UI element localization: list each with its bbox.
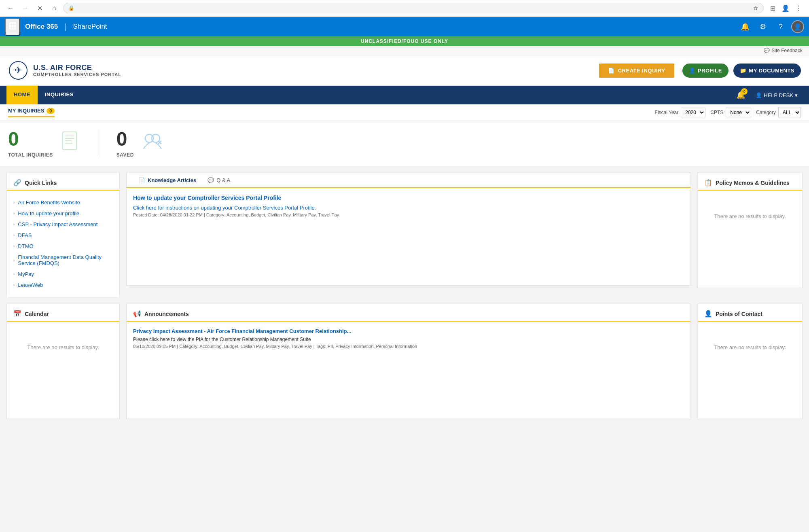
- refresh-button[interactable]: ✕: [34, 2, 45, 14]
- link-csp-pia[interactable]: › CSP - Privacy Impact Assessment: [13, 219, 113, 230]
- quick-links-panel: 🔗 Quick Links › Air Force Benefits Websi…: [6, 173, 120, 297]
- site-feedback-label: Site Feedback: [771, 48, 803, 53]
- poc-empty-state: There are no results to display.: [704, 328, 796, 367]
- quick-links-title: Quick Links: [25, 180, 57, 186]
- announcements-content: Privacy Impact Assessment - Air Force Fi…: [127, 322, 690, 419]
- total-inquiries-number: 0: [8, 129, 53, 149]
- knowledge-articles-panel: 📄 Knowledge Articles 💬 Q & A How to upda…: [126, 173, 691, 286]
- main-columns: 🔗 Quick Links › Air Force Benefits Websi…: [0, 173, 809, 304]
- forward-button[interactable]: →: [19, 2, 31, 14]
- announcements-title: Announcements: [144, 311, 189, 317]
- poc-content: There are no results to display.: [698, 322, 802, 419]
- chevron-right-icon: ›: [13, 283, 15, 287]
- nav-right: 🔔 0 👤 HELP DESK ▾: [734, 88, 803, 102]
- svg-rect-6: [9, 28, 11, 30]
- my-inquiries-label: MY INQUIRIES: [8, 108, 44, 114]
- chevron-right-icon: ›: [13, 200, 15, 205]
- saved-stat-icon: [140, 129, 165, 157]
- policy-header: 📋 Policy Memos & Guidelines: [698, 173, 802, 191]
- announcement-link[interactable]: Privacy Impact Assessment - Air Force Fi…: [133, 328, 684, 334]
- more-options-icon[interactable]: ⋮: [793, 2, 804, 14]
- quick-links-icon: 🔗: [13, 179, 21, 187]
- my-documents-button[interactable]: 📁 MY DOCUMENTS: [733, 64, 801, 78]
- inquiries-bar: MY INQUIRIES 0 Fiscal Year 2020 CPTS Non…: [0, 104, 809, 121]
- fiscal-year-select[interactable]: 2020: [681, 108, 705, 117]
- link-dfas[interactable]: › DFAS: [13, 230, 113, 241]
- nav-bar: HOME INQUIRIES 🔔 0 👤 HELP DESK ▾: [0, 86, 809, 104]
- back-button[interactable]: ←: [5, 2, 16, 14]
- chevron-down-icon: ▾: [795, 92, 798, 98]
- star-icon: ☆: [753, 5, 758, 11]
- user-avatar[interactable]: 👤: [791, 20, 804, 33]
- bottom-columns: 📅 Calendar There are no results to displ…: [0, 304, 809, 426]
- create-inquiry-button[interactable]: 📄 CREATE INQUIRY: [599, 64, 674, 78]
- portal-title-area: U.S. AIR FORCE COMPTROLLER SERVICES PORT…: [33, 64, 121, 78]
- link-leaveweb[interactable]: › LeaveWeb: [13, 280, 113, 290]
- article-meta: Posted Date: 04/28/2020 01:22 PM | Categ…: [133, 212, 684, 217]
- link-update-profile[interactable]: › How to update your profile: [13, 208, 113, 219]
- svg-rect-1: [12, 22, 14, 24]
- notifications-button[interactable]: 🔔 0: [734, 88, 748, 102]
- lock-icon: 🔒: [68, 5, 74, 11]
- svg-rect-7: [12, 28, 14, 30]
- link-fmdqs[interactable]: › Financial Management Data Quality Serv…: [13, 252, 113, 269]
- profile-button[interactable]: 👤 PROFILE: [682, 64, 729, 78]
- inquiries-filters: Fiscal Year 2020 CPTS None Category ALL: [655, 108, 801, 117]
- quick-links-content: › Air Force Benefits Website › How to up…: [7, 191, 119, 297]
- inquiries-count-badge: 0: [47, 108, 55, 114]
- cpts-label: CPTS: [710, 110, 723, 115]
- portal-title: U.S. AIR FORCE: [33, 64, 121, 72]
- chevron-right-icon: ›: [13, 222, 15, 227]
- total-inquiries-stat: 0 TOTAL INQUIRIES: [8, 129, 100, 158]
- category-label: Category: [756, 110, 776, 115]
- create-inquiry-label: CREATE INQUIRY: [618, 68, 665, 74]
- calendar-icon: 📅: [13, 310, 21, 318]
- tab-qa[interactable]: 💬 Q & A: [202, 173, 236, 188]
- settings-button[interactable]: ⚙: [756, 19, 770, 34]
- portal-logo-area: ✈ U.S. AIR FORCE COMPTROLLER SERVICES PO…: [8, 60, 121, 81]
- extensions-icon[interactable]: ⊞: [767, 2, 778, 14]
- saved-label: SAVED: [116, 152, 134, 158]
- calendar-title: Calendar: [25, 311, 49, 317]
- chevron-right-icon: ›: [13, 233, 15, 237]
- url-input[interactable]: usaf.dps.mil/teams/SAFFMCSP/portal/SiteP…: [77, 5, 751, 11]
- o365-right-icons: 🔔 ⚙ ? 👤: [738, 19, 804, 34]
- nav-item-home[interactable]: HOME: [6, 86, 38, 104]
- profile-label: PROFILE: [698, 68, 722, 74]
- link-af-benefits[interactable]: › Air Force Benefits Website: [13, 197, 113, 208]
- o365-app-name: Office 365: [25, 23, 58, 31]
- svg-rect-5: [14, 25, 16, 27]
- articles-icon: 📄: [139, 177, 145, 183]
- category-select[interactable]: ALL: [778, 108, 801, 117]
- link-mypay[interactable]: › MyPay: [13, 269, 113, 280]
- browser-chrome: ← → ✕ ⌂ 🔒 usaf.dps.mil/teams/SAFFMCSP/po…: [0, 0, 809, 17]
- saved-number: 0: [116, 129, 134, 149]
- article-title-link[interactable]: How to update your Comptroller Services …: [133, 195, 684, 201]
- announcements-header: 📢 Announcements: [127, 304, 690, 322]
- address-bar[interactable]: 🔒 usaf.dps.mil/teams/SAFFMCSP/portal/Sit…: [63, 3, 764, 13]
- link-dtmo[interactable]: › DTMO: [13, 241, 113, 252]
- calendar-empty-state: There are no results to display.: [13, 328, 113, 367]
- fiscal-year-label: Fiscal Year: [655, 110, 679, 115]
- knowledge-tabs: 📄 Knowledge Articles 💬 Q & A: [127, 173, 690, 188]
- cpts-select[interactable]: None: [726, 108, 751, 117]
- documents-icon: 📁: [740, 68, 747, 74]
- notification-bell-button[interactable]: 🔔: [738, 19, 752, 34]
- policy-icon: 📋: [704, 179, 712, 187]
- home-button[interactable]: ⌂: [49, 2, 60, 14]
- nav-item-inquiries[interactable]: INQUIRIES: [38, 86, 81, 104]
- help-desk-button[interactable]: 👤 HELP DESK ▾: [751, 89, 803, 102]
- classified-banner-text: UNCLASSIFIED/FOUO USE ONLY: [361, 38, 448, 44]
- tab-knowledge-articles[interactable]: 📄 Knowledge Articles: [133, 173, 202, 188]
- content-area: MY INQUIRIES 0 Fiscal Year 2020 CPTS Non…: [0, 104, 809, 426]
- app-launcher-button[interactable]: [5, 18, 20, 36]
- poc-title: Points of Contact: [716, 311, 762, 317]
- svg-rect-8: [14, 28, 16, 30]
- site-feedback-link[interactable]: 💬 Site Feedback: [764, 48, 803, 53]
- help-button[interactable]: ?: [773, 19, 788, 34]
- policy-content: There are no results to display.: [698, 191, 802, 288]
- profile-icon[interactable]: 👤: [780, 2, 791, 14]
- article-body-link[interactable]: Click here for instructions on updating …: [133, 205, 316, 211]
- my-inquiries-tab[interactable]: MY INQUIRIES 0: [8, 108, 55, 117]
- chevron-right-icon: ›: [13, 272, 15, 276]
